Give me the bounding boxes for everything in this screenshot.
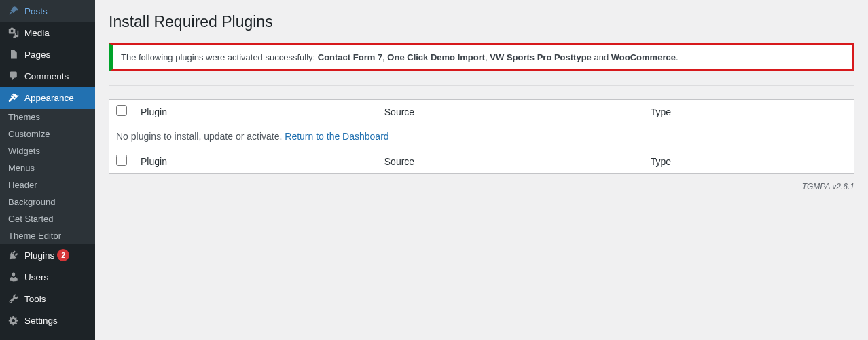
plugins-table: Plugin Source Type No plugins to install… bbox=[109, 99, 854, 174]
select-all-bottom[interactable] bbox=[116, 155, 127, 166]
notice-plugin-1: Contact Form 7 bbox=[318, 52, 382, 62]
col-type: Type bbox=[644, 100, 854, 124]
notice-prefix: The following plugins were activated suc… bbox=[121, 52, 318, 62]
notice-plugin-3: VW Sports Pro Posttype bbox=[490, 52, 592, 62]
menu-item-posts[interactable]: Posts bbox=[0, 0, 95, 22]
submenu-widgets[interactable]: Widgets bbox=[0, 143, 95, 159]
media-icon bbox=[7, 26, 20, 39]
tools-icon bbox=[7, 292, 20, 305]
menu-label: Pages bbox=[24, 50, 50, 60]
menu-item-tools[interactable]: Tools bbox=[0, 288, 95, 309]
menu-item-media[interactable]: Media bbox=[0, 22, 95, 43]
page-title: Install Required Plugins bbox=[109, 13, 854, 31]
menu-label: Posts bbox=[24, 6, 48, 16]
col-plugin: Plugin bbox=[134, 100, 378, 124]
success-notice: The following plugins were activated suc… bbox=[109, 43, 854, 71]
menu-label: Tools bbox=[24, 294, 46, 304]
return-dashboard-link[interactable]: Return to the Dashboard bbox=[285, 131, 388, 142]
submenu-customize[interactable]: Customize bbox=[0, 126, 95, 143]
menu-label: Plugins bbox=[24, 250, 54, 261]
table-header-row: Plugin Source Type bbox=[109, 100, 854, 124]
notice-plugin-4: WooCommerce bbox=[611, 52, 676, 62]
notice-plugin-2: One Click Demo Import bbox=[387, 52, 485, 62]
menu-label: Comments bbox=[24, 71, 69, 81]
col-type-foot: Type bbox=[644, 149, 854, 174]
settings-icon bbox=[7, 314, 20, 327]
users-icon bbox=[7, 270, 20, 284]
menu-item-settings[interactable]: Settings bbox=[0, 309, 95, 331]
empty-row: No plugins to install, update or activat… bbox=[109, 124, 854, 149]
menu-label: Media bbox=[24, 28, 50, 38]
menu-label: Settings bbox=[24, 316, 58, 326]
menu-label: Users bbox=[24, 272, 48, 282]
table-footer-row: Plugin Source Type bbox=[109, 149, 854, 174]
pin-icon bbox=[7, 4, 20, 18]
col-plugin-foot: Plugin bbox=[134, 149, 378, 174]
version-label: TGMPA v2.6.1 bbox=[109, 182, 854, 191]
col-source: Source bbox=[378, 100, 644, 124]
select-all-top[interactable] bbox=[116, 105, 127, 116]
admin-sidebar: Posts Media Pages Comments Appearance Th… bbox=[0, 0, 95, 340]
submenu-menus[interactable]: Menus bbox=[0, 159, 95, 176]
menu-item-comments[interactable]: Comments bbox=[0, 65, 95, 87]
submenu-background[interactable]: Background bbox=[0, 193, 95, 210]
menu-item-appearance[interactable]: Appearance bbox=[0, 87, 95, 109]
divider bbox=[109, 85, 854, 86]
plugins-count-badge: 2 bbox=[57, 249, 69, 261]
submenu-theme-editor[interactable]: Theme Editor bbox=[0, 227, 95, 244]
plugins-icon bbox=[7, 248, 20, 262]
submenu-get-started[interactable]: Get Started bbox=[0, 210, 95, 227]
comments-icon bbox=[7, 69, 20, 83]
menu-item-users[interactable]: Users bbox=[0, 266, 95, 288]
main-content: Install Required Plugins The following p… bbox=[95, 0, 868, 340]
submenu-header[interactable]: Header bbox=[0, 176, 95, 193]
menu-item-plugins[interactable]: Plugins 2 bbox=[0, 244, 95, 266]
empty-message: No plugins to install, update or activat… bbox=[116, 131, 285, 142]
col-source-foot: Source bbox=[378, 149, 644, 174]
submenu-appearance: Themes Customize Widgets Menus Header Ba… bbox=[0, 109, 95, 244]
menu-item-pages[interactable]: Pages bbox=[0, 43, 95, 65]
submenu-themes[interactable]: Themes bbox=[0, 109, 95, 126]
pages-icon bbox=[7, 48, 20, 61]
appearance-icon bbox=[7, 91, 20, 105]
menu-label: Appearance bbox=[24, 93, 74, 103]
